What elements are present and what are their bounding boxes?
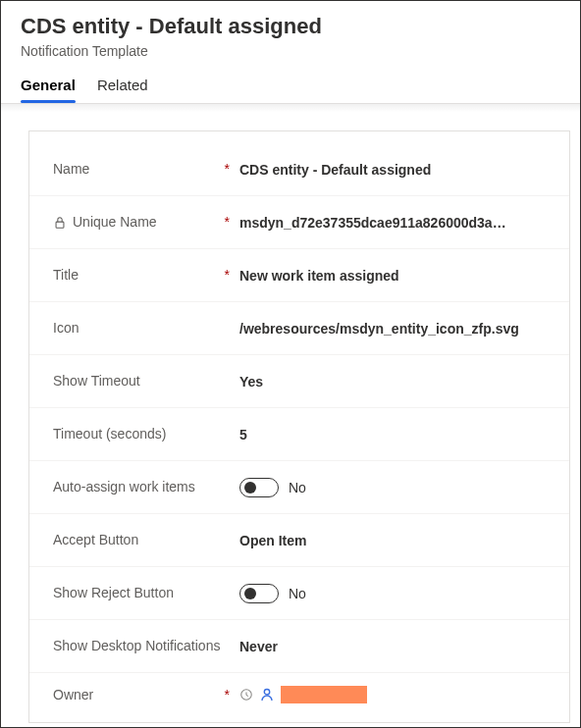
field-label-show-reject: Show Reject Button [53,584,174,601]
toggle-auto-assign-text: No [289,480,306,495]
field-row-timeout: Timeout (seconds) 5 [29,408,569,461]
field-label-show-timeout: Show Timeout [53,372,140,390]
field-label-unique-name: Unique Name [73,213,157,231]
field-row-accept-button: Accept Button Open Item [29,514,569,567]
field-value-show-timeout[interactable]: Yes [239,374,550,390]
required-icon: * [225,213,239,231]
tab-bar: General Related [21,69,560,103]
field-value-unique-name: msdyn_d72e37355dcae911a826000d3a… [239,215,550,231]
toggle-auto-assign[interactable] [239,478,279,497]
field-row-unique-name: Unique Name * msdyn_d72e37355dcae911a826… [29,196,569,249]
lock-icon [53,216,67,230]
tab-general[interactable]: General [21,69,76,103]
form-header: CDS entity - Default assigned Notificati… [1,1,580,104]
field-value-name[interactable]: CDS entity - Default assigned [239,162,550,178]
required-icon: * [225,266,239,284]
field-row-icon: Icon /webresources/msdyn_entity_icon_zfp… [29,302,569,355]
field-label-show-desktop: Show Desktop Notifications [53,637,220,654]
field-row-name: Name * CDS entity - Default assigned [29,143,569,196]
field-label-name: Name [53,160,89,178]
field-value-accept-button[interactable]: Open Item [239,533,550,548]
field-label-auto-assign: Auto-assign work items [53,478,195,495]
field-value-timeout[interactable]: 5 [239,427,550,442]
field-label-icon: Icon [53,319,79,337]
field-value-title[interactable]: New work item assigned [239,268,550,284]
owner-name-redacted [281,686,367,703]
svg-rect-0 [56,222,64,228]
field-label-accept-button: Accept Button [53,531,138,548]
tab-related[interactable]: Related [97,69,148,103]
field-value-owner[interactable] [239,686,550,703]
field-row-show-timeout: Show Timeout Yes [29,355,569,408]
field-row-show-reject: Show Reject Button No [29,567,569,620]
field-row-owner: Owner * [29,673,569,712]
recent-icon [239,688,253,702]
field-row-auto-assign: Auto-assign work items No [29,461,569,514]
required-icon: * [225,160,239,178]
field-label-timeout: Timeout (seconds) [53,425,166,442]
field-value-show-desktop[interactable]: Never [239,639,550,654]
field-label-title: Title [53,266,79,284]
field-row-show-desktop: Show Desktop Notifications Never [29,620,569,673]
form-panel: Name * CDS entity - Default assigned Uni… [28,130,570,723]
field-row-title: Title * New work item assigned [29,249,569,302]
scroll-shadow [1,104,580,112]
toggle-show-reject-text: No [289,586,306,601]
field-value-icon[interactable]: /webresources/msdyn_entity_icon_zfp.svg [239,321,550,337]
required-icon: * [225,686,239,703]
field-label-owner: Owner [53,686,93,703]
person-icon [259,687,275,702]
page-subtitle: Notification Template [21,43,560,59]
svg-point-2 [264,690,269,695]
toggle-show-reject[interactable] [239,584,279,603]
page-title: CDS entity - Default assigned [21,13,560,41]
